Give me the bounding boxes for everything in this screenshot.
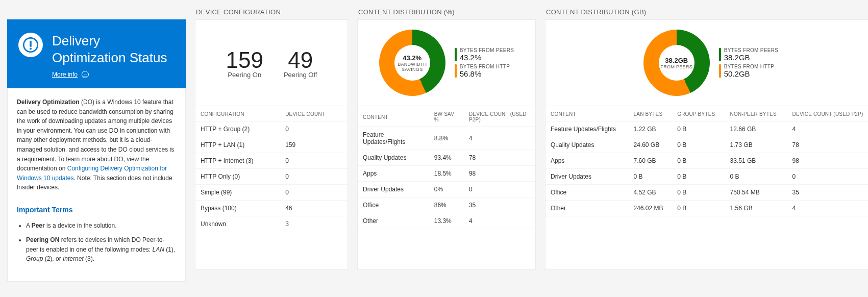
cell-content: Apps <box>358 166 429 182</box>
peering-off-count: 49 <box>284 47 317 73</box>
legend-value: 43.2% <box>460 53 514 62</box>
col-nonpeer-bytes[interactable]: NON-PEER BYTES <box>725 106 787 121</box>
info-card-paragraph: Delivery Optimization (DO) is a Windows … <box>17 97 176 192</box>
col-content-gb[interactable]: CONTENT <box>545 106 629 121</box>
cell-dc: 4 <box>787 201 868 216</box>
info-card-title: Delivery Optimization Status <box>52 33 175 66</box>
cell-dc: 98 <box>464 166 535 182</box>
table-row[interactable]: Feature Updates/Flights1.22 GB0 B12.66 G… <box>545 121 868 137</box>
peering-on-label: Peering On <box>226 71 263 79</box>
table-row[interactable]: Apps7.60 GB0 B33.51 GB98 <box>545 153 868 169</box>
col-device-count[interactable]: DEVICE COUNT <box>280 106 348 121</box>
cell-np: 1.73 GB <box>725 137 787 153</box>
cell-content: Quality Updates <box>545 137 629 153</box>
cell-lan: 246.02 MB <box>629 201 673 216</box>
exclamation-icon <box>18 33 43 57</box>
cell-bw: 8.8% <box>429 127 464 150</box>
term-peer-rest: is a device in the solution. <box>45 222 117 229</box>
cell-np: 12.66 GB <box>725 121 787 137</box>
col-group-bytes[interactable]: GROUP BYTES <box>672 106 725 121</box>
info-card-header: Delivery Optimization Status More info → <box>7 19 186 88</box>
table-row[interactable]: HTTP Only (0)0 <box>195 169 348 185</box>
table-row[interactable]: Office86%35 <box>358 197 535 213</box>
table-row[interactable]: Driver Updates0 B0 B0 B0 <box>545 169 868 185</box>
cell-bw: 18.5% <box>429 166 464 182</box>
table-row[interactable]: Simple (99)0 <box>195 185 348 201</box>
table-row[interactable]: Quality Updates24.60 GB0 B1.73 GB78 <box>545 137 868 153</box>
cell-np: 750.54 MB <box>725 185 787 201</box>
dist-gb-table: CONTENT LAN BYTES GROUP BYTES NON-PEER B… <box>545 106 868 216</box>
dist-pct-table: CONTENT BW SAV % DEVICE COUNT (USED P2P)… <box>358 106 535 229</box>
legend-value: 38.2GB <box>724 53 778 62</box>
cell-dc: 0 <box>787 169 868 185</box>
col-config[interactable]: CONFIGURATION <box>195 106 280 121</box>
cell-dc: 35 <box>464 197 535 213</box>
cell-grp: 0 B <box>672 185 725 201</box>
peering-off-label: Peering Off <box>284 71 317 79</box>
table-row[interactable]: Apps18.5%98 <box>358 166 535 182</box>
dist-pct-title: CONTENT DISTRIBUTION (%) <box>357 5 536 19</box>
table-row[interactable]: HTTP + LAN (1)159 <box>195 137 348 153</box>
dist-gb-legend: BYTES FROM PEERS38.2GBBYTES FROM HTTP50.… <box>719 45 778 80</box>
peering-off-block: 49 Peering Off <box>284 47 317 79</box>
cell-content: Apps <box>545 153 629 169</box>
table-row[interactable]: Other13.3%4 <box>358 213 535 229</box>
table-row[interactable]: Office4.52 GB0 B750.54 MB35 <box>545 185 868 201</box>
legend-swatch <box>455 64 457 78</box>
term-mode-group: Group <box>26 255 43 262</box>
dist-pct-donut: 43.2% BANDWIDTH SAVINGS <box>379 30 445 96</box>
device-config-panel: DEVICE CONFIGURATION 159 Peering On 49 P… <box>195 5 348 269</box>
col-lan-bytes[interactable]: LAN BYTES <box>629 106 673 121</box>
cell-count: 0 <box>280 169 348 185</box>
legend-swatch <box>719 64 721 78</box>
info-para-lead: Delivery Optimization <box>17 98 80 106</box>
cell-content: Other <box>358 213 429 229</box>
cell-dc: 78 <box>787 137 868 153</box>
col-content[interactable]: CONTENT <box>358 106 429 127</box>
cell-np: 0 B <box>725 169 787 185</box>
term-peering-on: Peering ON refers to devices in which DO… <box>26 235 176 264</box>
cell-dc: 35 <box>787 185 868 201</box>
legend-item: BYTES FROM HTTP56.8% <box>455 64 514 78</box>
legend-label: BYTES FROM PEERS <box>460 47 514 53</box>
col-device-count-p2p-gb[interactable]: DEVICE COUNT (USED P2P) <box>787 106 868 121</box>
table-row[interactable]: Unknown3 <box>195 216 348 232</box>
cell-dc: 78 <box>464 150 535 166</box>
cell-grp: 0 B <box>672 121 725 137</box>
cell-grp: 0 B <box>672 137 725 153</box>
cell-lan: 24.60 GB <box>629 137 673 153</box>
dist-pct-panel: CONTENT DISTRIBUTION (%) 43.2% BANDWIDTH… <box>357 5 536 269</box>
table-row[interactable]: HTTP + Group (2)0 <box>195 121 348 137</box>
cell-content: Office <box>358 197 429 213</box>
table-row[interactable]: Bypass (100)46 <box>195 201 348 216</box>
table-row[interactable]: Driver Updates0%0 <box>358 182 535 197</box>
peering-on-block: 159 Peering On <box>226 47 263 79</box>
table-row[interactable]: Quality Updates93.4%78 <box>358 150 535 166</box>
dist-gb-summary: 38.2GB FROM PEERS BYTES FROM PEERS38.2GB… <box>545 19 868 106</box>
cell-count: 0 <box>280 185 348 201</box>
dist-gb-center-value: 38.2GB <box>665 57 688 64</box>
cell-np: 1.56 GB <box>725 201 787 216</box>
col-bw-sav[interactable]: BW SAV % <box>429 106 464 127</box>
table-row[interactable]: HTTP + Internet (3)0 <box>195 153 348 169</box>
col-device-count-p2p[interactable]: DEVICE COUNT (USED P2P) <box>464 106 535 127</box>
cell-config: Unknown <box>195 216 280 232</box>
cell-bw: 86% <box>429 197 464 213</box>
legend-item: BYTES FROM PEERS43.2% <box>455 47 514 62</box>
more-info-link[interactable]: More info → <box>52 71 89 78</box>
table-row[interactable]: Feature Updates/Flights8.8%4 <box>358 127 535 150</box>
cell-grp: 0 B <box>672 153 725 169</box>
cell-content: Driver Updates <box>358 182 429 197</box>
cell-config: HTTP + LAN (1) <box>195 137 280 153</box>
dist-pct-summary: 43.2% BANDWIDTH SAVINGS BYTES FROM PEERS… <box>357 19 536 106</box>
cell-bw: 93.4% <box>429 150 464 166</box>
term-peer: A Peer is a device in the solution. <box>26 221 176 231</box>
cell-content: Feature Updates/Flights <box>358 127 429 150</box>
legend-label: BYTES FROM HTTP <box>724 64 774 69</box>
term-mode-internet: Internet <box>63 255 84 262</box>
cell-bw: 13.3% <box>429 213 464 229</box>
table-row[interactable]: Other246.02 MB0 B1.56 GB4 <box>545 201 868 216</box>
dist-pct-center-label: BANDWIDTH SAVINGS <box>394 62 430 72</box>
dist-pct-center-value: 43.2% <box>403 54 421 62</box>
terms-list: A Peer is a device in the solution. Peer… <box>17 221 176 264</box>
